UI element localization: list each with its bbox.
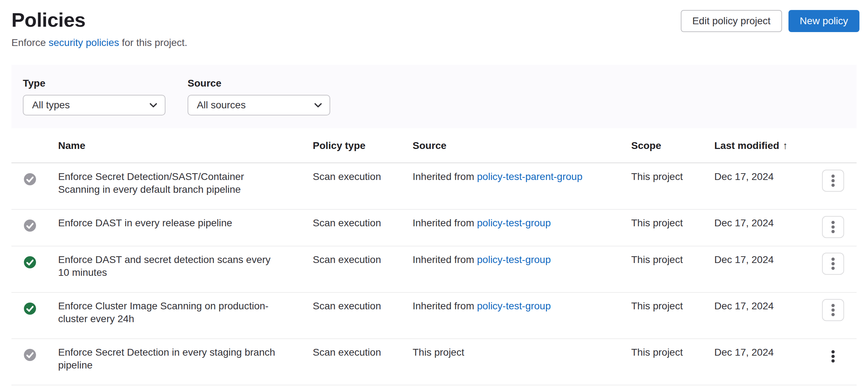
source-filter-value: All sources xyxy=(197,99,246,111)
header-last-modified[interactable]: Last modified ↑ xyxy=(714,140,810,151)
policy-source: Inherited from policy-test-group xyxy=(413,246,631,292)
header-last-modified-label: Last modified xyxy=(714,140,779,151)
table-body: Enforce Secret Detection/SAST/Container … xyxy=(11,163,857,385)
filter-bar: Type All types Source All sources xyxy=(11,65,857,128)
policy-last-modified: Dec 17, 2024 xyxy=(714,293,810,339)
source-filter-label: Source xyxy=(188,77,330,90)
policy-scope: This project xyxy=(631,246,714,292)
policy-type: Scan execution xyxy=(313,210,413,246)
policy-last-modified: Dec 17, 2024 xyxy=(714,163,810,209)
policy-name: Enforce Secret Detection in every stagin… xyxy=(58,339,313,385)
policy-type: Scan execution xyxy=(313,293,413,339)
source-filter-group: Source All sources xyxy=(188,77,330,115)
policy-name: Enforce Secret Detection/SAST/Container … xyxy=(58,163,313,209)
policy-actions-kebab-button[interactable] xyxy=(822,216,844,238)
source-group-link[interactable]: policy-test-group xyxy=(477,300,551,311)
type-filter-group: Type All types xyxy=(23,77,165,115)
policy-actions-kebab-button[interactable] xyxy=(822,170,844,192)
new-policy-button[interactable]: New policy xyxy=(788,10,859,32)
policy-disabled-check-icon xyxy=(24,220,36,232)
policy-last-modified: Dec 17, 2024 xyxy=(714,246,810,292)
policy-last-modified: Dec 17, 2024 xyxy=(714,339,810,385)
policy-name: Enforce DAST and secret detection scans … xyxy=(58,246,313,292)
policy-enabled-check-icon xyxy=(24,303,36,315)
subtitle-text-prefix: Enforce xyxy=(11,37,48,48)
page-heading-block: Policies Enforce security policies for t… xyxy=(11,8,187,50)
page-header: Policies Enforce security policies for t… xyxy=(0,0,868,50)
policy-disabled-check-icon xyxy=(24,349,36,361)
page-subtitle: Enforce security policies for this proje… xyxy=(11,36,187,50)
policy-name: Enforce DAST in every release pipeline xyxy=(58,210,313,246)
sort-ascending-icon: ↑ xyxy=(783,140,788,151)
policy-type: Scan execution xyxy=(313,246,413,292)
table-row: Enforce Secret Detection in every stagin… xyxy=(11,339,857,385)
page-title: Policies xyxy=(11,8,187,32)
type-filter-value: All types xyxy=(32,99,70,111)
policy-scope: This project xyxy=(631,339,714,385)
type-filter-label: Type xyxy=(23,77,165,90)
policy-source: Inherited from policy-test-parent-group xyxy=(413,163,631,209)
table-row: Enforce Cluster Image Scanning on produc… xyxy=(11,293,857,339)
table-header-row: Name Policy type Source Scope Last modif… xyxy=(11,129,857,163)
policy-name: Enforce Cluster Image Scanning on produc… xyxy=(58,293,313,339)
edit-policy-project-button[interactable]: Edit policy project xyxy=(681,10,782,32)
chevron-down-icon xyxy=(313,100,323,110)
header-name[interactable]: Name xyxy=(58,140,313,151)
policy-source: Inherited from policy-test-group xyxy=(413,210,631,246)
policies-table: Name Policy type Source Scope Last modif… xyxy=(11,129,857,385)
source-group-link[interactable]: policy-test-parent-group xyxy=(477,171,583,182)
policy-disabled-check-icon xyxy=(24,173,36,185)
policy-source: This project xyxy=(413,339,631,385)
policy-enabled-check-icon xyxy=(24,256,36,268)
policy-scope: This project xyxy=(631,293,714,339)
policy-actions-kebab-button[interactable] xyxy=(822,299,844,321)
policy-type: Scan execution xyxy=(313,339,413,385)
policy-actions-kebab-button[interactable] xyxy=(822,253,844,275)
source-filter-dropdown[interactable]: All sources xyxy=(188,95,330,115)
policy-type: Scan execution xyxy=(313,163,413,209)
policy-scope: This project xyxy=(631,163,714,209)
table-row: Enforce DAST in every release pipeline S… xyxy=(11,210,857,246)
source-group-link[interactable]: policy-test-group xyxy=(477,254,551,265)
policy-last-modified: Dec 17, 2024 xyxy=(714,210,810,246)
table-row: Enforce DAST and secret detection scans … xyxy=(11,246,857,293)
subtitle-text-suffix: for this project. xyxy=(119,37,187,48)
type-filter-dropdown[interactable]: All types xyxy=(23,95,165,115)
security-policies-link[interactable]: security policies xyxy=(48,37,119,48)
header-actions: Edit policy project New policy xyxy=(681,10,859,32)
table-row: Enforce Secret Detection/SAST/Container … xyxy=(11,163,857,210)
policy-actions-kebab-button[interactable] xyxy=(822,345,844,367)
header-source[interactable]: Source xyxy=(413,140,631,151)
header-scope[interactable]: Scope xyxy=(631,140,714,151)
source-group-link[interactable]: policy-test-group xyxy=(477,217,551,228)
header-policy-type[interactable]: Policy type xyxy=(313,140,413,151)
policy-source: Inherited from policy-test-group xyxy=(413,293,631,339)
policy-scope: This project xyxy=(631,210,714,246)
chevron-down-icon xyxy=(148,100,158,110)
